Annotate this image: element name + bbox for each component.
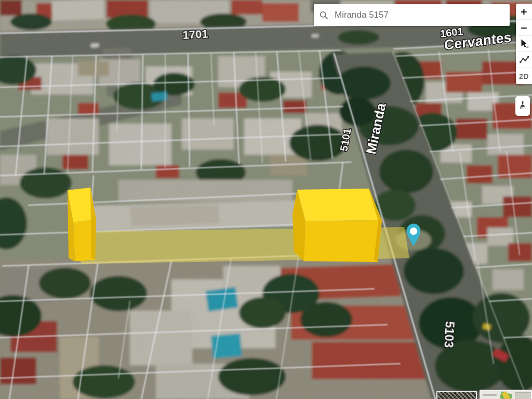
zoom-out-button[interactable]: − (516, 20, 532, 36)
basemap-thumbnail-streets[interactable] (480, 390, 532, 399)
building-extrusion-right[interactable] (292, 189, 382, 262)
select-tool-button[interactable] (516, 36, 532, 52)
map-3d-viewport[interactable]: 1701 1601 Cervantes 5101 Miranda 5103 (0, 0, 532, 399)
street-label-1701: 1701 (182, 27, 208, 42)
search-box[interactable] (314, 4, 510, 26)
cursor-pointer-icon (519, 38, 529, 49)
search-icon (319, 10, 329, 20)
map-toolbar: + − 2D (516, 4, 532, 84)
street-label-5103: 5103 (442, 321, 457, 348)
map-canvas[interactable]: 1701 1601 Cervantes 5101 Miranda 5103 (0, 0, 532, 399)
search-input[interactable] (334, 9, 504, 21)
streets-thumb-road (483, 394, 497, 396)
clear-tool-button[interactable] (515, 96, 530, 116)
polyline-measure-icon (519, 55, 529, 65)
building-extrusion-left[interactable] (68, 188, 96, 261)
zoom-in-button[interactable]: + (516, 4, 532, 20)
toggle-2d-label: 2D (519, 72, 529, 81)
basemap-thumbnail-satellite[interactable] (436, 391, 477, 399)
streets-thumb-block (515, 392, 531, 399)
toggle-2d-button[interactable]: 2D (516, 68, 532, 84)
measure-tool-button[interactable] (516, 52, 532, 68)
broom-brush-icon (517, 100, 528, 112)
